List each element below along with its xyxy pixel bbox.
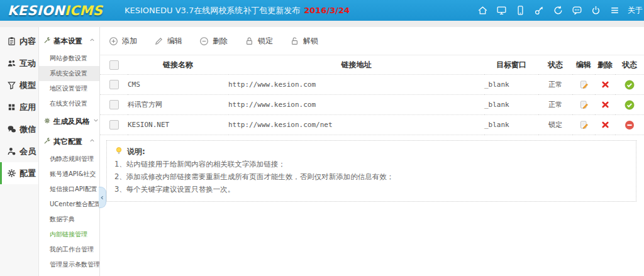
status-cell: 正常 (538, 75, 572, 95)
sidebar-item[interactable]: 账号通API&社交 (39, 167, 99, 182)
edit-icon[interactable] (579, 101, 589, 109)
mobile-icon[interactable] (513, 3, 528, 18)
column-header: 状态 (538, 55, 572, 75)
row-checkbox-cell (100, 115, 128, 135)
rail-item-label: 配置 (19, 168, 36, 179)
rail-item-label: 会员 (19, 146, 36, 157)
target-window-cell: _blank (484, 75, 538, 95)
rail-item-content[interactable]: 内容 (0, 30, 38, 52)
table-row: KESION.NEThttp://www.kesion.com/net_blan… (100, 115, 644, 135)
note-lines: 1、站内链接用于给新闻内容的相关联文字添加链接；2、添加或修改内部链接需要重新生… (114, 158, 628, 196)
note-title: 说明: (114, 145, 628, 158)
lock-button[interactable]: 锁定 (245, 36, 273, 47)
rail-item-label: 内容 (19, 36, 36, 47)
link-name-cell: CMS (128, 75, 228, 95)
tool-button-label: 添加 (122, 36, 137, 47)
wechat-icon (7, 124, 16, 134)
sidebar-section-header[interactable]: 基本设置 (39, 31, 99, 51)
sidebar-section-label: 生成及风格 (53, 117, 90, 126)
power-icon[interactable] (589, 3, 603, 18)
rail-item-label: 模型 (19, 80, 36, 91)
edit-icon[interactable] (579, 80, 589, 89)
monitor-icon[interactable] (494, 3, 509, 18)
table-row: 科讯官方网http://www.kesion.com_blank正常 (100, 95, 644, 115)
add-button[interactable]: 添加 (109, 36, 137, 47)
announcement-date: 2016/3/24 (304, 6, 350, 15)
state-blocked-icon[interactable] (625, 121, 635, 129)
state-cell (615, 115, 644, 135)
note-box: 说明: 1、站内链接用于给新闻内容的相关联文字添加链接；2、添加或修改内部链接需… (106, 140, 636, 202)
sidebar-item[interactable]: 系统安全设置 (39, 66, 99, 81)
status-cell: 正常 (538, 95, 572, 115)
link-name-cell: KESION.NET (128, 115, 228, 135)
menu-icon[interactable] (608, 3, 622, 18)
grid-icon (7, 102, 16, 112)
wrench-icon (43, 137, 51, 146)
row-checkbox[interactable] (109, 100, 119, 109)
sidebar-item[interactable]: 内部链接管理 (39, 227, 99, 242)
column-header: 状态 (615, 55, 644, 75)
row-checkbox[interactable] (109, 80, 119, 89)
rail-item-label: 应用 (19, 102, 36, 113)
state-ok-icon[interactable] (625, 101, 635, 109)
rail-item-model[interactable]: 模型 (0, 74, 38, 96)
edit-button[interactable]: 编辑 (154, 36, 182, 47)
delete-icon[interactable] (601, 101, 610, 109)
select-all-checkbox[interactable] (109, 60, 119, 70)
tool-button-label: 删除 (213, 36, 228, 47)
rail-item-label: 互动 (19, 58, 36, 69)
rail-item-apps[interactable]: 应用 (0, 96, 38, 118)
sidebar-item[interactable]: 地区设置管理 (39, 81, 99, 96)
comment-icon[interactable] (570, 3, 584, 18)
row-checkbox[interactable] (109, 120, 119, 130)
rail-item-member[interactable]: 会员 (0, 140, 38, 162)
state-cell (615, 75, 644, 95)
unlock-icon (290, 36, 299, 46)
table-row: CMShttp://www.kesion.com_blank正常 (100, 75, 644, 95)
rail-item-interact[interactable]: 互动 (0, 52, 38, 74)
sidebar-collapse-handle[interactable] (99, 187, 106, 208)
about-link[interactable]: 关于 (628, 5, 643, 16)
tool-button-label: 解锁 (303, 36, 318, 47)
rail-item-wechat[interactable]: 微信 (0, 118, 38, 140)
logo-primary: KESION (8, 3, 65, 18)
link-name-cell: 科讯官方网 (128, 95, 228, 115)
sidebar-item[interactable]: 短信接口API配置 (39, 182, 99, 197)
column-header: 删除 (595, 55, 615, 75)
chevron-down-icon (92, 117, 99, 126)
delete-icon[interactable] (601, 121, 610, 129)
refresh-icon[interactable] (551, 3, 565, 18)
sidebar-item[interactable]: 数据字典 (39, 212, 99, 227)
delete-icon[interactable] (601, 80, 610, 89)
sidebar-item[interactable]: UCenter整合配置 (39, 197, 99, 212)
sidebar-item[interactable]: 网站参数设置 (39, 51, 99, 66)
key-icon[interactable] (532, 3, 547, 18)
logo-accent: ICMS (65, 3, 103, 18)
row-checkbox-cell (100, 75, 128, 95)
top-bar: KESIONICMS KESIONEDU V3.7在线网校系统补丁包更新发布20… (0, 0, 644, 21)
settings-sidebar: 基本设置网站参数设置系统安全设置地区设置管理在线支付设置生成及风格其它配置伪静态… (39, 27, 99, 276)
sidebar-item[interactable]: 我的工作台管理 (39, 242, 99, 257)
edit-icon[interactable] (579, 121, 589, 129)
home-icon[interactable] (475, 3, 490, 18)
delete-button[interactable]: 删除 (199, 36, 228, 47)
note-line: 2、添加或修改内部链接需要重新生成所有页面才能生效，否则仅对新添加的信息有效； (114, 170, 628, 183)
target-window-cell: _blank (484, 95, 538, 115)
chevron-up-icon (89, 36, 96, 45)
note-title-text: 说明: (127, 146, 145, 157)
sidebar-item[interactable]: 伪静态规则管理 (39, 152, 99, 167)
announcement: KESIONEDU V3.7在线网校系统补丁包更新发布2016/3/24 (125, 5, 350, 16)
sidebar-item[interactable]: 在线支付设置 (39, 96, 99, 111)
flower-icon (43, 117, 51, 126)
clipboard-icon (7, 36, 16, 46)
links-table-body: CMShttp://www.kesion.com_blank正常科讯官方网htt… (100, 75, 644, 135)
rail-item-config[interactable]: 配置 (0, 162, 38, 184)
delete-cell (595, 115, 615, 135)
sidebar-item[interactable]: 管理显示条数管理 (39, 257, 99, 272)
unlock-button[interactable]: 解锁 (290, 36, 318, 47)
target-window-cell: _blank (484, 115, 538, 135)
state-ok-icon[interactable] (625, 80, 635, 89)
module-rail: 内容互动模型应用微信会员配置 (0, 27, 39, 276)
sidebar-section-header[interactable]: 其它配置 (39, 131, 99, 152)
sidebar-section-header[interactable]: 生成及风格 (39, 111, 99, 131)
